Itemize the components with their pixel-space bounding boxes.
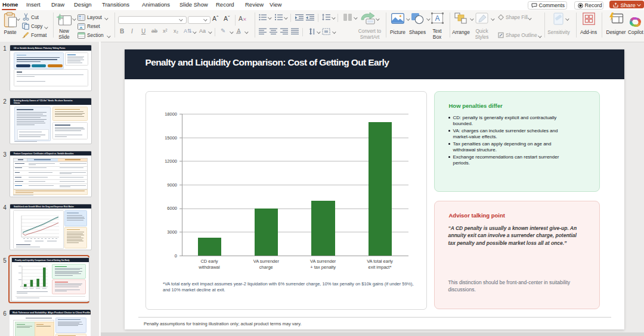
svg-text:A: A	[435, 14, 439, 23]
